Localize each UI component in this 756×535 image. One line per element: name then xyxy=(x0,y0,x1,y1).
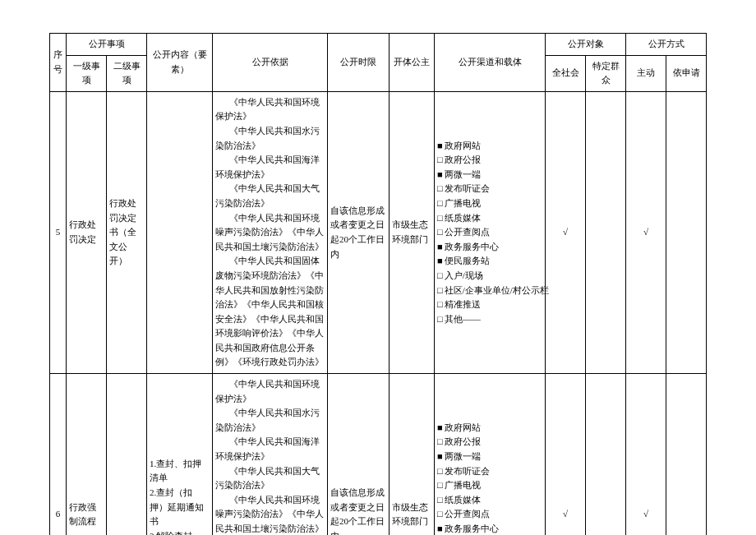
channel-option: ■政府网站 xyxy=(437,421,542,436)
channel-option: ■政务服务中心 xyxy=(437,522,542,535)
checkbox-checked-icon: ■ xyxy=(437,256,443,265)
cell-seq: 5 xyxy=(50,91,67,373)
cell-seq: 6 xyxy=(50,374,67,535)
cell-basis: 《中华人民共和国环境保护法》《中华人民共和国水污染防治法》《中华人民共和国海洋环… xyxy=(213,91,328,373)
channel-option: □纸质媒体 xyxy=(437,211,542,226)
h-way-active: 主动 xyxy=(626,55,666,91)
checkbox-unchecked-icon: □ xyxy=(437,495,443,505)
checkbox-checked-icon: ■ xyxy=(437,169,443,179)
channel-option: □政府公报 xyxy=(437,153,542,168)
h-way: 公开方式 xyxy=(626,34,707,56)
cell-way-active: √ xyxy=(626,91,666,373)
h-content: 公开内容（要素） xyxy=(147,34,213,92)
cell-way-apply xyxy=(666,374,707,535)
cell-way-apply xyxy=(666,91,707,373)
h-target: 公开对象 xyxy=(546,34,626,56)
cell-target-spec xyxy=(586,374,626,535)
checkbox-unchecked-icon: □ xyxy=(437,227,443,237)
checkbox-unchecked-icon: □ xyxy=(437,314,443,324)
channel-option: ■便民服务站 xyxy=(437,254,542,269)
channel-option: □公开查阅点 xyxy=(437,225,542,240)
checkbox-unchecked-icon: □ xyxy=(437,285,443,295)
channel-option: □广播电视 xyxy=(437,478,542,493)
channel-option: ■政府网站 xyxy=(437,139,542,154)
checkbox-unchecked-icon: □ xyxy=(437,436,443,446)
disclosure-table: 序号 公开事项 公开内容（要素） 公开依据 公开时限 开体公主 公开渠道和载体 … xyxy=(49,33,707,535)
cell-channel: ■政府网站□政府公报■两微一端□发布听证会□广播电视□纸质媒体□公开查阅点■政务… xyxy=(435,91,546,373)
cell-level1: 行政强制流程 xyxy=(67,374,107,535)
h-time: 公开时限 xyxy=(328,34,390,92)
table-row: 5行政处罚决定行政处罚决定书（全文公开）《中华人民共和国环境保护法》《中华人民共… xyxy=(50,91,707,373)
checkbox-checked-icon: ■ xyxy=(437,141,443,150)
h-basis: 公开依据 xyxy=(213,34,328,92)
channel-option: □纸质媒体 xyxy=(437,493,542,508)
h-subject: 开体公主 xyxy=(390,34,435,92)
cell-target-all: √ xyxy=(546,91,586,373)
checkbox-checked-icon: ■ xyxy=(437,523,443,533)
checkbox-checked-icon: ■ xyxy=(437,242,443,251)
cell-time: 自该信息形成或者变更之日起20个工作日内 xyxy=(328,91,390,373)
cell-level2: 行政处罚决定书（全文公开） xyxy=(107,91,147,373)
channel-option: □政府公报 xyxy=(437,435,542,450)
checkbox-unchecked-icon: □ xyxy=(437,155,443,164)
cell-basis: 《中华人民共和国环境保护法》《中华人民共和国水污染防治法》《中华人民共和国海洋环… xyxy=(213,374,328,535)
checkbox-unchecked-icon: □ xyxy=(437,198,443,208)
h-channel: 公开渠道和载体 xyxy=(435,34,546,92)
h-level1: 一级事项 xyxy=(67,55,107,91)
channel-option: □入户/现场 xyxy=(437,269,542,284)
channel-option: □广播电视 xyxy=(437,196,542,211)
cell-level2 xyxy=(107,374,147,535)
h-target-spec: 特定群众 xyxy=(586,55,626,91)
channel-option: ■两微一端 xyxy=(437,450,542,464)
cell-channel: ■政府网站□政府公报■两微一端□发布听证会□广播电视□纸质媒体□公开查阅点■政务… xyxy=(435,374,546,535)
channel-option: □其他—— xyxy=(437,312,542,327)
checkbox-unchecked-icon: □ xyxy=(437,509,443,519)
channel-option: □公开查阅点 xyxy=(437,507,542,522)
channel-option: □社区/企事业单位/村公示栏 xyxy=(437,284,542,298)
h-seq: 序号 xyxy=(50,34,67,92)
cell-target-spec xyxy=(586,91,626,373)
cell-content: 1.查封、扣押清单2.查封（扣押）延期通知书3.解除查封（扣押）决定书 xyxy=(147,374,213,535)
cell-subject: 市级生态环境部门 xyxy=(390,374,435,535)
h-target-all: 全社会 xyxy=(546,55,586,91)
checkbox-unchecked-icon: □ xyxy=(437,183,443,193)
channel-option: ■两微一端 xyxy=(437,168,542,182)
channel-option: ■政务服务中心 xyxy=(437,240,542,255)
checkbox-unchecked-icon: □ xyxy=(437,270,443,280)
h-way-apply: 依申请 xyxy=(666,55,707,91)
checkbox-unchecked-icon: □ xyxy=(437,466,443,476)
h-level2: 二级事项 xyxy=(107,55,147,91)
checkbox-unchecked-icon: □ xyxy=(437,480,443,490)
cell-target-all: √ xyxy=(546,374,586,535)
cell-way-active: √ xyxy=(626,374,666,535)
table-row: 6行政强制流程1.查封、扣押清单2.查封（扣押）延期通知书3.解除查封（扣押）决… xyxy=(50,374,707,535)
h-matter: 公开事项 xyxy=(67,34,147,56)
checkbox-checked-icon: ■ xyxy=(437,422,443,432)
checkbox-unchecked-icon: □ xyxy=(437,299,443,309)
channel-option: □精准推送 xyxy=(437,297,542,312)
cell-level1: 行政处罚决定 xyxy=(67,91,107,373)
cell-time: 自该信息形成或者变更之日起20个工作日内 xyxy=(328,374,390,535)
checkbox-checked-icon: ■ xyxy=(437,451,443,461)
channel-option: □发布听证会 xyxy=(437,464,542,479)
cell-subject: 市级生态环境部门 xyxy=(390,91,435,373)
checkbox-unchecked-icon: □ xyxy=(437,213,443,223)
cell-content xyxy=(147,91,213,373)
channel-option: □发布听证会 xyxy=(437,182,542,196)
